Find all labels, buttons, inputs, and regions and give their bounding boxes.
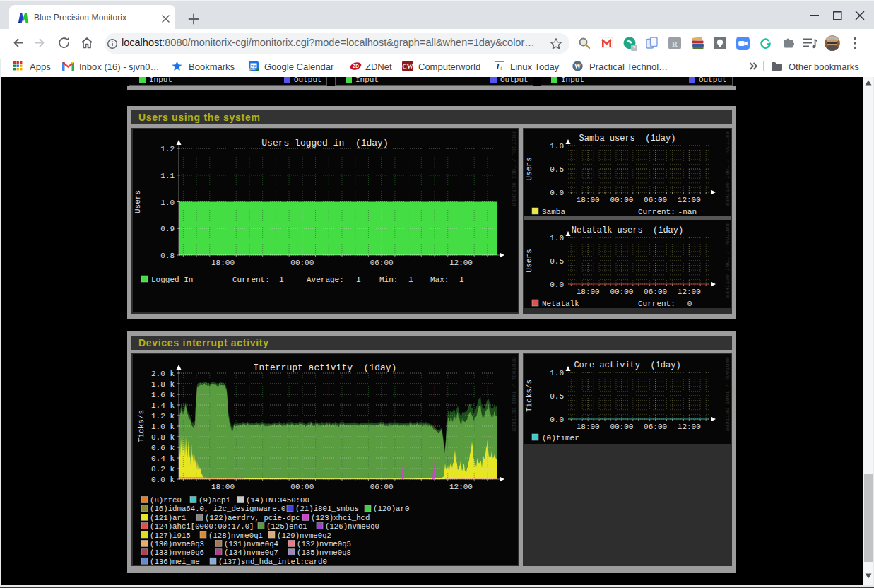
svg-text:00:00: 00:00 [290,483,314,491]
svg-text:(133)nvme0q6: (133)nvme0q6 [150,548,204,557]
svg-text:1: 1 [459,276,464,284]
svg-text:Netatalk users (1day): Netatalk users (1day) [572,225,683,235]
svg-text:(136)mei_me: (136)mei_me [150,558,200,565]
svg-text:(123)xhci_hcd: (123)xhci_hcd [311,514,370,522]
svg-text:Samba: Samba [542,208,565,216]
svg-text:(129)nvme0q2: (129)nvme0q2 [277,531,331,540]
svg-text:1.0 k: 1.0 k [151,423,175,431]
svg-text:1: 1 [408,276,413,284]
svg-text:(8)rtc0: (8)rtc0 [150,496,182,505]
svg-text:06:00: 06:00 [644,288,667,296]
svg-text:00:00: 00:00 [610,288,633,296]
svg-text:12:00: 12:00 [449,483,473,491]
svg-text:Users: Users [525,249,533,272]
svg-text:?: ? [632,45,636,51]
svg-text:Ticks/s: Ticks/s [525,380,533,412]
svg-text:RRDTOOL / TOBI OETIKER: RRDTOOL / TOBI OETIKER [511,131,517,206]
svg-text:Users: Users [525,157,533,180]
svg-text:(0)timer: (0)timer [542,434,579,442]
svg-text:-nan: -nan [678,208,697,216]
svg-text:(121)ar1: (121)ar1 [150,514,186,522]
svg-text:(124)ahci[0000:00:17.0]: (124)ahci[0000:00:17.0] [150,522,254,531]
svg-text:1.6 k: 1.6 k [151,391,175,399]
svg-text:0.9: 0.9 [160,225,175,233]
svg-text:(21)i801_smbus: (21)i801_smbus [295,505,359,513]
svg-text:(127)i915: (127)i915 [150,531,191,540]
svg-text:12:00: 12:00 [678,196,701,204]
svg-text:0: 0 [687,300,697,308]
svg-text:RRDTOOL / TOBI OETIKER: RRDTOOL / TOBI OETIKER [511,357,517,432]
svg-text:0.8: 0.8 [160,252,175,260]
svg-text:0.0: 0.0 [550,416,564,424]
svg-text:1.4 k: 1.4 k [151,401,175,410]
svg-text:Logged In: Logged In [151,276,193,284]
svg-text:RRDTOOL / TOBI OETIKER: RRDTOOL / TOBI OETIKER [724,223,731,298]
svg-text:0.4 k: 0.4 k [151,454,175,463]
svg-text:1.0: 1.0 [160,199,175,207]
svg-text:Min:: Min: [379,276,398,284]
svg-text:(16)idma64.0, i2c_designware.0: (16)idma64.0, i2c_designware.0 [150,505,285,513]
svg-text:18:00: 18:00 [577,196,600,204]
svg-text:1.1: 1.1 [160,172,175,180]
svg-text:1.0: 1.0 [550,234,564,242]
svg-text:1.2: 1.2 [160,145,175,153]
svg-text:06:00: 06:00 [644,423,667,431]
svg-text:CW: CW [402,63,413,70]
svg-text:Ticks/s: Ticks/s [137,410,146,442]
svg-text:Core activity (1day): Core activity (1day) [574,360,680,370]
svg-text:RRDTOOL / TOBI OETIKER: RRDTOOL / TOBI OETIKER [724,131,731,206]
svg-text:12:00: 12:00 [678,423,701,431]
svg-text:Netatalk: Netatalk [542,300,579,308]
svg-text:0.2 k: 0.2 k [151,465,175,474]
svg-text:1: 1 [279,276,284,284]
svg-text:(9)acpi: (9)acpi [199,496,230,505]
svg-text:ZD: ZD [353,64,359,69]
svg-text:Samba users (1day): Samba users (1day) [579,134,676,143]
svg-text:Users: Users [134,190,142,213]
svg-text:(126)nvme0q0: (126)nvme0q0 [325,522,379,531]
svg-text:00:00: 00:00 [610,196,633,204]
svg-text:(131)nvme0q4: (131)nvme0q4 [224,540,278,548]
svg-text:18:00: 18:00 [211,259,235,267]
svg-text:18:00: 18:00 [211,483,235,491]
svg-text:Current:: Current: [232,276,270,284]
svg-text:W: W [574,63,581,70]
svg-text:06:00: 06:00 [644,196,667,204]
svg-text:(128)nvme0q1: (128)nvme0q1 [208,531,263,540]
svg-text:(135)nvme0q8: (135)nvme0q8 [297,548,351,557]
svg-text:1.2 k: 1.2 k [151,412,175,421]
svg-text:R: R [672,40,678,48]
svg-text:00:00: 00:00 [290,259,314,267]
svg-text:0.5: 0.5 [550,257,564,266]
svg-text:18:00: 18:00 [577,288,600,296]
svg-text:0.5: 0.5 [550,165,564,174]
svg-text:(134)nvme0q7: (134)nvme0q7 [224,548,278,557]
svg-text:Current:: Current: [638,300,675,308]
svg-text:00:00: 00:00 [610,423,633,431]
svg-text:(130)nvme0q3: (130)nvme0q3 [150,540,204,548]
svg-text:(120)ar0: (120)ar0 [373,505,409,513]
svg-text:(132)nvme0q5: (132)nvme0q5 [297,540,351,548]
svg-text:1.0: 1.0 [550,142,564,151]
svg-text:1.0: 1.0 [550,369,564,377]
svg-text:0.6 k: 0.6 k [151,444,175,452]
svg-text:1.8 k: 1.8 k [151,380,175,389]
svg-text:Users logged in (1day): Users logged in (1day) [261,138,388,148]
svg-text:(122)aerdrv, pcie-dpc: (122)aerdrv, pcie-dpc [205,514,300,522]
svg-text:Average:: Average: [307,276,344,284]
svg-text:06:00: 06:00 [370,259,394,267]
svg-text:(137)snd_hda_intel:card0: (137)snd_hda_intel:card0 [218,558,327,565]
svg-text:0.8 k: 0.8 k [151,433,175,442]
svg-text:1: 1 [356,276,361,284]
svg-text:2.0 k: 2.0 k [151,370,175,378]
svg-text:(14)INT3450:00: (14)INT3450:00 [246,496,309,505]
svg-text:12:00: 12:00 [678,288,701,296]
svg-text:0.0: 0.0 [550,281,564,289]
svg-text:0.5: 0.5 [550,392,564,401]
svg-text:18:00: 18:00 [577,423,600,431]
svg-text:0.0: 0.0 [550,189,564,197]
svg-text:(125)eno1: (125)eno1 [266,522,307,531]
svg-text:12:00: 12:00 [449,259,473,267]
svg-text:Max:: Max: [430,276,449,284]
svg-text:Interrupt activity (1day): Interrupt activity (1day) [254,363,397,373]
